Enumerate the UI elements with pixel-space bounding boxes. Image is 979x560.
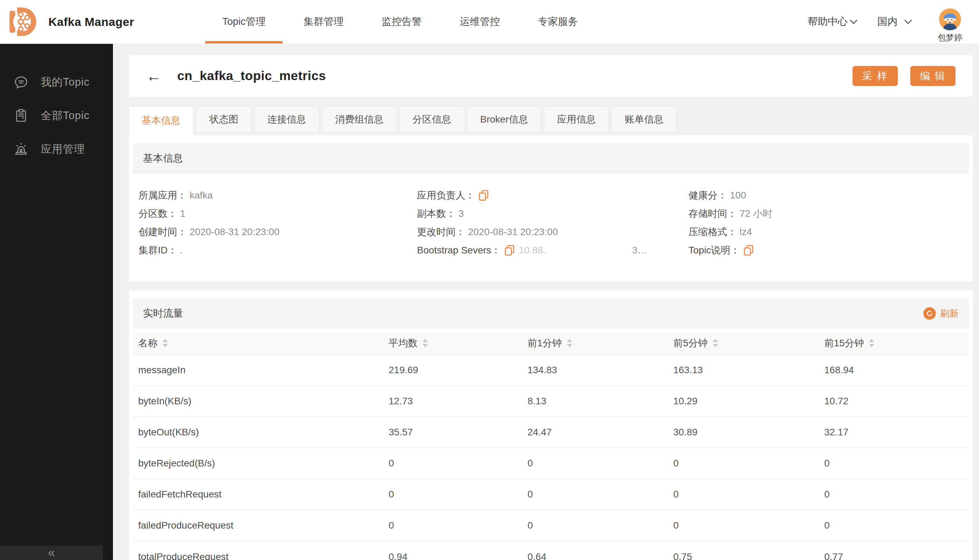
cell-value: 0 [389, 448, 528, 479]
nav-cluster-manage[interactable]: 集群管理 [285, 0, 363, 43]
copy-icon[interactable] [478, 190, 489, 201]
detail-tabs: 基本信息 状态图 连接信息 消费组信息 分区信息 Broker信息 应用信息 账… [129, 106, 973, 135]
top-right-area: 帮助中心 国内 [808, 0, 979, 43]
cell-value: 0 [528, 479, 673, 510]
cell-value: 0 [389, 510, 528, 541]
cell-value: 24.47 [528, 417, 673, 448]
cell-value: 0.77 [824, 541, 969, 560]
tab-connection-info[interactable]: 连接信息 [255, 106, 319, 133]
cell-value: 35.57 [389, 417, 528, 448]
cell-value: 0 [389, 479, 528, 510]
cell-name: byteOut(KB/s) [133, 417, 389, 448]
cell-value: 168.94 [824, 355, 969, 386]
basic-info-fields: 所属应用：kafka 分区数：1 创建时间：2020-08-31 20:23:0… [133, 173, 969, 277]
nav-topic-manage[interactable]: Topic管理 [203, 0, 285, 43]
field-topic-desc: Topic说明： [688, 244, 963, 257]
cell-value: 0 [673, 448, 824, 479]
tab-app-info[interactable]: 应用信息 [544, 106, 608, 133]
field-health-score: 健康分：100 [688, 189, 963, 202]
cell-value: 0.64 [528, 541, 673, 560]
tab-billing-info[interactable]: 账单信息 [612, 106, 676, 133]
cell-value: 10.72 [824, 386, 969, 417]
nav-expert-service[interactable]: 专家服务 [519, 0, 597, 43]
cell-value: 0 [528, 510, 673, 541]
back-arrow-icon[interactable]: ← [146, 68, 161, 83]
region-select[interactable]: 国内 [877, 15, 913, 29]
sidebar-item-my-topic[interactable]: 我的Topic [0, 65, 113, 99]
kafka-manager-logo-icon[interactable] [8, 6, 39, 38]
cell-value: 0 [824, 448, 969, 479]
cell-value: 12.73 [389, 386, 528, 417]
page-header: ← cn_kafka_topic_metrics 采 样 编 辑 [129, 55, 973, 97]
cell-value: 0 [824, 479, 969, 510]
realtime-traffic-card: 实时流量 刷新 名称 平均数 [129, 290, 973, 560]
cell-name: byteIn(KB/s) [133, 386, 389, 417]
user-menu[interactable]: 包梦婷 [937, 1, 962, 43]
sidebar-item-app-manage[interactable]: 应用管理 [0, 132, 113, 166]
sidebar-collapse-button[interactable]: « [0, 545, 103, 560]
table-row: failedProduceRequest 0 0 0 0 [133, 510, 969, 541]
field-partitions: 分区数：1 [139, 207, 417, 220]
app-title: Kafka Manager [48, 15, 134, 29]
sort-icon[interactable] [869, 339, 874, 347]
field-app: 所属应用：kafka [139, 189, 417, 202]
page-title: cn_kafka_topic_metrics [177, 69, 326, 83]
sample-button[interactable]: 采 样 [852, 66, 898, 86]
copy-icon[interactable] [505, 245, 515, 256]
sort-icon[interactable] [567, 339, 572, 347]
cell-value: 0 [824, 510, 969, 541]
user-name: 包梦婷 [937, 32, 962, 43]
table-header-row: 名称 平均数 前1分钟 前5分钟 前15分钟 [133, 332, 969, 355]
tab-partition-info[interactable]: 分区信息 [400, 106, 464, 133]
realtime-metrics-table: 名称 平均数 前1分钟 前5分钟 前15分钟 messageIn 219.69 … [133, 332, 969, 560]
cell-value: 134.83 [528, 355, 673, 386]
sort-icon[interactable] [423, 339, 428, 347]
cell-value: 163.13 [673, 355, 824, 386]
chevron-down-icon [904, 19, 913, 25]
cell-name: failedFetchRequest [133, 479, 389, 510]
cell-value: 8.13 [528, 386, 673, 417]
refresh-icon [923, 307, 936, 320]
cell-name: messageIn [133, 355, 389, 386]
cell-value: 10.29 [673, 386, 824, 417]
edit-button[interactable]: 编 辑 [910, 66, 956, 86]
field-update-time: 更改时间：2020-08-31 20:23:00 [417, 226, 688, 238]
chevron-down-icon [849, 19, 858, 25]
tab-broker-info[interactable]: Broker信息 [468, 106, 541, 133]
sort-icon[interactable] [713, 339, 718, 347]
main-content: ← cn_kafka_topic_metrics 采 样 编 辑 基本信息 状态… [129, 55, 973, 560]
cell-value: 32.17 [824, 417, 969, 448]
sort-icon[interactable] [162, 339, 168, 347]
refresh-button[interactable]: 刷新 [923, 307, 959, 320]
tab-basic-info[interactable]: 基本信息 [129, 106, 193, 136]
chat-bubble-icon [14, 75, 28, 89]
cell-value: 0.75 [673, 541, 824, 560]
copy-icon[interactable] [743, 245, 754, 256]
clipboard-icon [14, 108, 28, 123]
sidebar-item-all-topic[interactable]: 全部Topic [0, 99, 113, 132]
realtime-section-header: 实时流量 刷新 [133, 298, 969, 328]
table-row: byteOut(KB/s) 35.57 24.47 30.89 32.17 [133, 417, 969, 448]
table-row: byteRejected(B/s) 0 0 0 0 [133, 448, 969, 479]
field-create-time: 创建时间：2020-08-31 20:23:00 [139, 226, 417, 238]
nav-monitor-alert[interactable]: 监控告警 [363, 0, 441, 43]
cell-value: 0.94 [389, 541, 528, 560]
table-row: totalProduceRequest 0.94 0.64 0.75 0.77 [133, 541, 969, 560]
basic-info-section-header: 基本信息 [133, 143, 969, 173]
header-actions: 采 样 编 辑 [852, 66, 956, 86]
cell-value: 0 [673, 510, 824, 541]
top-nav: Topic管理 集群管理 监控告警 运维管控 专家服务 [203, 0, 597, 43]
tab-status-chart[interactable]: 状态图 [197, 106, 251, 133]
field-cluster-id: 集群ID：. [139, 244, 417, 257]
cell-name: failedProduceRequest [133, 510, 389, 541]
cell-value: 30.89 [673, 417, 824, 448]
help-center-menu[interactable]: 帮助中心 [808, 15, 858, 29]
tab-consumer-group-info[interactable]: 消费组信息 [322, 106, 396, 133]
field-replicas: 副本数：3 [417, 207, 688, 220]
field-owner: 应用负责人： [417, 189, 688, 202]
top-bar: Kafka Manager Topic管理 集群管理 监控告警 运维管控 专家服… [0, 0, 979, 44]
nav-ops-control[interactable]: 运维管控 [441, 0, 519, 43]
alarm-icon [14, 142, 28, 157]
table-row: messageIn 219.69 134.83 163.13 168.94 [133, 355, 969, 386]
cell-name: totalProduceRequest [133, 541, 389, 560]
